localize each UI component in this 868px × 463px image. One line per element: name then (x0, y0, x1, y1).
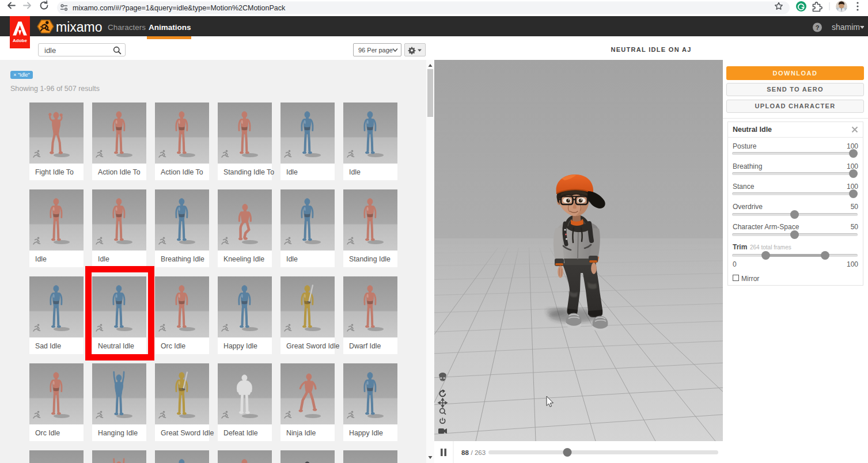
svg-text:Adobe: Adobe (13, 38, 27, 43)
svg-text:88: 88 (461, 449, 469, 456)
svg-text:/ 263: / 263 (471, 449, 486, 456)
svg-text:shamim: shamim (832, 22, 860, 32)
svg-text:mixamo.com/#/?page=1&query=idl: mixamo.com/#/?page=1&query=idle&type=Mot… (73, 4, 286, 12)
svg-text:?: ? (816, 24, 820, 31)
